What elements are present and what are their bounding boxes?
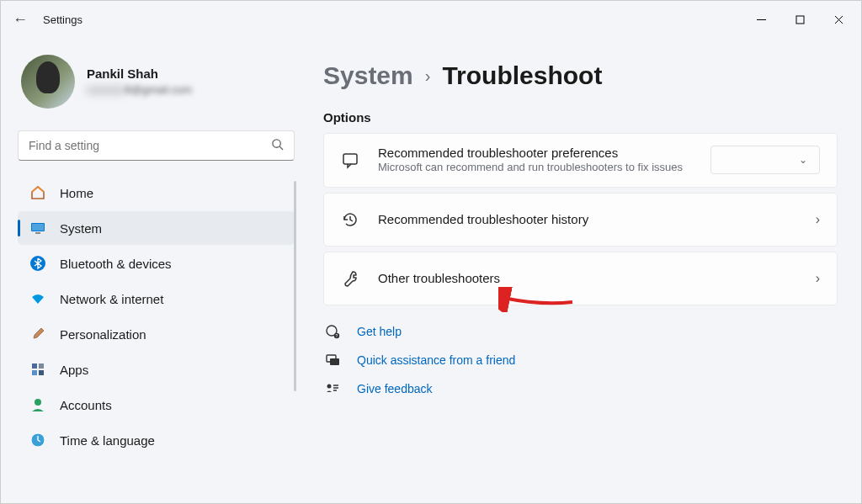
profile-email: xxxxxxx6@gmail.com bbox=[87, 82, 192, 98]
svg-point-23 bbox=[327, 384, 332, 388]
sidebar-item-home[interactable]: Home bbox=[18, 176, 295, 210]
link-quick-assist[interactable]: Quick assistance from a friend bbox=[323, 353, 838, 368]
svg-rect-8 bbox=[35, 232, 40, 234]
card-title: Recommended troubleshooter preferences bbox=[378, 146, 692, 160]
search-field[interactable] bbox=[29, 139, 264, 152]
link-label: Get help bbox=[357, 325, 402, 338]
sidebar-item-personalization[interactable]: Personalization bbox=[18, 317, 295, 351]
feedback-icon bbox=[323, 381, 342, 396]
svg-rect-11 bbox=[39, 363, 44, 369]
apps-icon bbox=[29, 361, 46, 378]
card-history[interactable]: Recommended troubleshooter history › bbox=[323, 193, 838, 247]
title-bar: ← Settings bbox=[1, 1, 861, 38]
svg-rect-12 bbox=[32, 370, 37, 375]
sidebar-item-time[interactable]: Time & language bbox=[18, 423, 295, 457]
svg-rect-13 bbox=[39, 370, 44, 375]
sidebar-item-label: Apps bbox=[60, 363, 88, 377]
sidebar: Pankil Shah xxxxxxx6@gmail.com Home Sy bbox=[1, 38, 300, 503]
back-arrow-icon[interactable]: ← bbox=[13, 11, 28, 29]
breadcrumb-parent[interactable]: System bbox=[323, 61, 413, 90]
card-other-troubleshooters[interactable]: Other troubleshooters › bbox=[323, 252, 838, 305]
chevron-right-icon: › bbox=[816, 271, 820, 286]
search-input[interactable] bbox=[18, 130, 295, 161]
nav: Home System Bluetooth & devices Network … bbox=[18, 176, 295, 457]
maximize-button[interactable] bbox=[780, 5, 819, 34]
sidebar-item-label: Time & language bbox=[60, 433, 155, 448]
sidebar-item-apps[interactable]: Apps bbox=[18, 353, 295, 386]
sidebar-item-accounts[interactable]: Accounts bbox=[18, 388, 295, 422]
chat-icon bbox=[341, 151, 359, 169]
network-icon bbox=[29, 290, 46, 307]
minimize-button[interactable] bbox=[742, 5, 780, 34]
sidebar-item-system[interactable]: System bbox=[18, 211, 295, 245]
sidebar-item-label: Personalization bbox=[60, 327, 146, 342]
link-get-help[interactable]: ? Get help bbox=[323, 324, 838, 339]
sidebar-item-label: System bbox=[60, 221, 102, 236]
profile-block[interactable]: Pankil Shah xxxxxxx6@gmail.com bbox=[18, 55, 295, 109]
svg-rect-1 bbox=[796, 16, 804, 24]
card-title: Other troubleshooters bbox=[378, 271, 797, 285]
svg-rect-7 bbox=[32, 224, 44, 231]
page-title: Troubleshoot bbox=[442, 61, 602, 90]
profile-name: Pankil Shah bbox=[87, 66, 192, 82]
sidebar-item-label: Bluetooth & devices bbox=[60, 257, 172, 271]
sidebar-item-network[interactable]: Network & internet bbox=[18, 282, 295, 316]
svg-text:?: ? bbox=[336, 333, 338, 338]
wrench-icon bbox=[341, 269, 359, 288]
link-feedback[interactable]: Give feedback bbox=[323, 381, 838, 396]
breadcrumb: System › Troubleshoot bbox=[323, 61, 838, 90]
sidebar-item-label: Accounts bbox=[60, 398, 112, 412]
close-button[interactable] bbox=[819, 5, 858, 34]
account-icon bbox=[29, 396, 46, 413]
search-icon bbox=[271, 138, 284, 153]
main-content: System › Troubleshoot Options Recommende… bbox=[300, 38, 861, 503]
preferences-dropdown[interactable]: ⌄ bbox=[710, 146, 820, 174]
svg-rect-17 bbox=[343, 154, 357, 164]
assist-icon bbox=[323, 353, 342, 368]
scrollbar[interactable] bbox=[294, 181, 296, 391]
svg-line-5 bbox=[279, 146, 283, 150]
history-icon bbox=[341, 210, 359, 229]
svg-point-4 bbox=[273, 140, 280, 147]
bluetooth-icon bbox=[29, 255, 46, 272]
chevron-right-icon: › bbox=[425, 66, 431, 86]
app-title: Settings bbox=[43, 13, 82, 26]
svg-point-14 bbox=[35, 399, 41, 406]
sidebar-item-label: Network & internet bbox=[60, 292, 163, 306]
chevron-down-icon: ⌄ bbox=[799, 154, 807, 166]
avatar bbox=[21, 55, 75, 109]
sidebar-item-bluetooth[interactable]: Bluetooth & devices bbox=[18, 247, 295, 280]
card-recommended-preferences[interactable]: Recommended troubleshooter preferences M… bbox=[323, 133, 838, 188]
time-icon bbox=[29, 432, 46, 448]
card-title: Recommended troubleshooter history bbox=[378, 212, 797, 226]
footer-links: ? Get help Quick assistance from a frien… bbox=[323, 324, 838, 396]
sidebar-item-label: Home bbox=[60, 186, 93, 200]
help-icon: ? bbox=[323, 324, 342, 339]
brush-icon bbox=[29, 326, 46, 342]
chevron-right-icon: › bbox=[816, 212, 820, 227]
section-heading: Options bbox=[323, 110, 838, 125]
system-icon bbox=[29, 220, 46, 236]
window-controls bbox=[742, 5, 858, 34]
svg-rect-10 bbox=[32, 363, 37, 369]
card-subtitle: Microsoft can recommend and run troubles… bbox=[378, 160, 692, 175]
home-icon bbox=[29, 184, 46, 201]
svg-rect-22 bbox=[330, 358, 339, 365]
link-label: Quick assistance from a friend bbox=[357, 353, 515, 367]
link-label: Give feedback bbox=[357, 382, 433, 395]
